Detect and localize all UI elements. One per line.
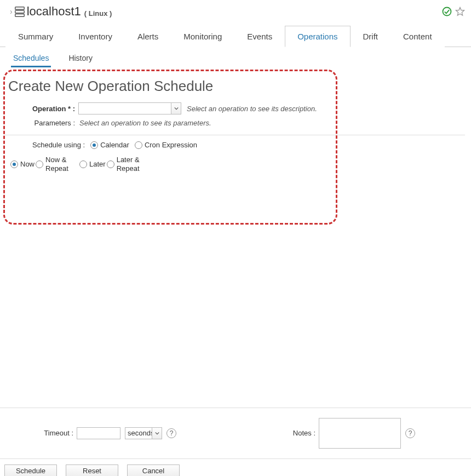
radio-later-repeat[interactable] <box>107 160 114 168</box>
page-title: localhost1 <box>27 4 81 19</box>
radio-later-repeat-label: Later & Repeat <box>117 156 150 174</box>
operation-hint: Select an operation to see its descripti… <box>187 105 317 113</box>
page-header: › localhost1 ( Linux ) <box>0 0 471 22</box>
cancel-button[interactable]: Cancel <box>127 464 180 477</box>
status-ok-icon[interactable] <box>441 6 452 17</box>
tab-drift[interactable]: Drift <box>351 26 391 47</box>
radio-now-repeat-label: Now & Repeat <box>45 156 78 174</box>
schedule-using-row: Schedule using : Calendar Cron Expressio… <box>7 141 334 152</box>
timeout-label: Timeout : <box>5 429 77 437</box>
radio-now-repeat[interactable] <box>36 160 43 168</box>
tabs-primary: Summary Inventory Alerts Monitoring Even… <box>0 25 471 47</box>
chevron-down-icon[interactable] <box>171 103 181 114</box>
parameters-row: Parameters : Select an operation to see … <box>7 117 334 129</box>
radio-calendar-label: Calendar <box>100 141 129 149</box>
radio-cron-label: Cron Expression <box>145 141 197 149</box>
when-row: Now Now & Repeat Later Later & Repeat <box>7 152 334 174</box>
page-subtitle: ( Linux ) <box>84 9 112 18</box>
reset-button[interactable]: Reset <box>66 464 118 477</box>
favorite-star-icon[interactable] <box>452 6 466 17</box>
notes-textarea[interactable] <box>319 418 401 449</box>
divider <box>5 135 465 135</box>
svg-point-3 <box>443 8 451 16</box>
help-icon[interactable]: ? <box>166 428 176 438</box>
tab-content[interactable]: Content <box>390 26 445 47</box>
breadcrumb-chevron-icon[interactable]: › <box>10 7 13 16</box>
tab-monitoring[interactable]: Monitoring <box>171 26 234 47</box>
create-schedule-panel: Create New Operation Schedule Operation … <box>3 70 337 225</box>
svg-rect-2 <box>15 14 24 17</box>
tab-inventory[interactable]: Inventory <box>66 26 125 47</box>
radio-now[interactable] <box>10 160 18 168</box>
section-title: Create New Operation Schedule <box>7 77 334 100</box>
button-row: Schedule Reset Cancel <box>0 459 471 477</box>
help-icon[interactable]: ? <box>405 428 415 438</box>
timeout-unit-select[interactable]: seconds <box>125 427 162 439</box>
operation-select[interactable] <box>78 102 181 114</box>
operation-label: Operation * : <box>7 105 78 113</box>
schedule-button[interactable]: Schedule <box>4 464 57 477</box>
subtab-schedules[interactable]: Schedules <box>11 50 51 67</box>
timeout-unit-value: seconds <box>125 428 152 439</box>
notes-label: Notes : <box>286 429 319 437</box>
svg-rect-0 <box>15 7 24 10</box>
svg-rect-1 <box>15 10 24 13</box>
tab-operations[interactable]: Operations <box>285 26 350 47</box>
schedule-using-label: Schedule using : <box>32 141 85 149</box>
tab-summary[interactable]: Summary <box>5 26 66 47</box>
subtab-history[interactable]: History <box>66 50 95 67</box>
radio-later[interactable] <box>79 160 87 168</box>
tabs-secondary: Schedules History <box>0 47 471 67</box>
server-icon <box>14 5 26 18</box>
tab-events[interactable]: Events <box>234 26 285 47</box>
footer-panel: Timeout : seconds ? Notes : ? <box>0 408 471 459</box>
radio-cron[interactable] <box>135 141 142 149</box>
tab-alerts[interactable]: Alerts <box>125 26 171 47</box>
radio-calendar[interactable] <box>90 141 98 149</box>
radio-now-label: Now <box>20 160 35 169</box>
parameters-label: Parameters : <box>7 119 78 127</box>
chevron-down-icon[interactable] <box>152 428 162 439</box>
parameters-hint: Select an operation to see its parameter… <box>79 119 211 127</box>
radio-later-label: Later <box>89 160 106 169</box>
timeout-input[interactable] <box>77 427 120 439</box>
operation-row: Operation * : Select an operation to see… <box>7 100 334 117</box>
